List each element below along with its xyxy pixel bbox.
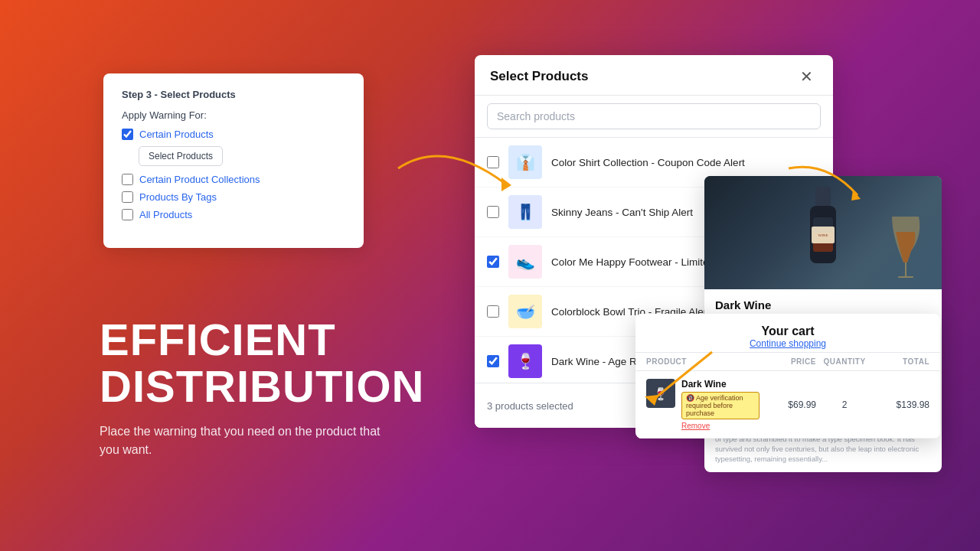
label-all-products: All Products (139, 209, 192, 220)
cart-product-cell: 🍷 Dark Wine 🔞 Age verification required … (646, 379, 760, 430)
product-detail-image: WINE (704, 176, 942, 289)
hero-title: EFFICIENT DISTRIBUTION (100, 317, 424, 410)
continue-shopping-link[interactable]: Continue shopping (648, 338, 928, 349)
modal-close-button[interactable]: ✕ (795, 67, 818, 86)
search-input[interactable] (487, 103, 821, 129)
svg-text:WINE: WINE (818, 233, 828, 237)
product-checkbox-2[interactable] (487, 206, 499, 218)
checkbox-products-by-tags[interactable] (122, 191, 133, 203)
product-checkbox-1[interactable] (487, 156, 499, 168)
cart-product-name: Dark Wine (681, 379, 760, 390)
cart-total: $139.98 (873, 399, 929, 410)
step-label: Step 3 - Select Products (122, 89, 345, 100)
wine-glass-svg (884, 213, 926, 282)
cart-product-details: Dark Wine 🔞 Age verification required be… (681, 379, 760, 430)
modal-search-area (475, 96, 833, 138)
option-product-collections[interactable]: Certain Product Collections (122, 174, 345, 185)
wine-bottle-svg: WINE (789, 179, 858, 286)
col-price: PRICE (760, 357, 816, 366)
product-checkbox-5[interactable] (487, 355, 499, 367)
cart-remove-link[interactable]: Remove (681, 422, 760, 430)
product-checkbox-3[interactable] (487, 256, 499, 268)
wine-image-placeholder: WINE (704, 176, 942, 289)
product-thumbnail-2: 👖 (508, 195, 542, 229)
col-product: PRODUCT (646, 357, 760, 366)
modal-header: Select Products ✕ (475, 55, 833, 96)
product-thumbnail-4: 🥣 (508, 295, 542, 328)
svg-rect-6 (905, 262, 906, 276)
product-checkbox-4[interactable] (487, 305, 499, 318)
col-total: TOTAL (873, 357, 929, 366)
hero-section: EFFICIENT DISTRIBUTION Place the warning… (100, 317, 424, 459)
select-products-button[interactable]: Select Products (139, 146, 223, 166)
cart-warning-badge: 🔞 Age verification required before purch… (681, 392, 760, 419)
product-thumbnail-5: 🍷 (508, 344, 542, 378)
checkbox-product-collections[interactable] (122, 174, 133, 185)
svg-rect-7 (898, 276, 913, 278)
cart-panel: Your cart Continue shopping PRODUCT PRIC… (635, 314, 940, 439)
hero-subtitle: Place the warning that you need on the p… (100, 422, 390, 459)
cart-quantity: 2 (816, 399, 873, 410)
product-thumbnail-3: 👟 (508, 245, 542, 279)
col-quantity: QUANTITY (816, 357, 873, 366)
step-panel: Step 3 - Select Products Apply Warning F… (103, 73, 364, 248)
modal-title: Select Products (490, 69, 589, 84)
cart-title: Your cart (648, 324, 928, 338)
product-detail-name: Dark Wine (715, 298, 931, 311)
cart-table-header: PRODUCT PRICE QUANTITY TOTAL (635, 352, 940, 371)
checkbox-all-products[interactable] (122, 209, 133, 220)
option-products-by-tags[interactable]: Products By Tags (122, 191, 345, 203)
product-name-1: Color Shirt Collection - Coupon Code Ale… (551, 157, 781, 168)
selected-count: 3 products selected (487, 400, 573, 412)
option-certain-products[interactable]: Certain Products (122, 129, 345, 140)
label-certain-products: Certain Products (139, 129, 214, 140)
option-all-products[interactable]: All Products (122, 209, 345, 220)
cart-product-row-inner: 🍷 Dark Wine 🔞 Age verification required … (646, 379, 760, 430)
cart-row: 🍷 Dark Wine 🔞 Age verification required … (635, 371, 940, 439)
svg-rect-0 (815, 187, 831, 206)
product-thumbnail-1: 👔 (508, 145, 542, 179)
label-product-collections: Certain Product Collections (139, 174, 260, 185)
cart-header: Your cart Continue shopping (635, 314, 940, 352)
cart-price: $69.99 (760, 399, 816, 410)
cart-product-thumbnail: 🍷 (646, 379, 675, 408)
label-products-by-tags: Products By Tags (139, 191, 217, 203)
apply-warning-label: Apply Warning For: (122, 109, 345, 121)
checkbox-certain-products[interactable] (122, 129, 133, 140)
